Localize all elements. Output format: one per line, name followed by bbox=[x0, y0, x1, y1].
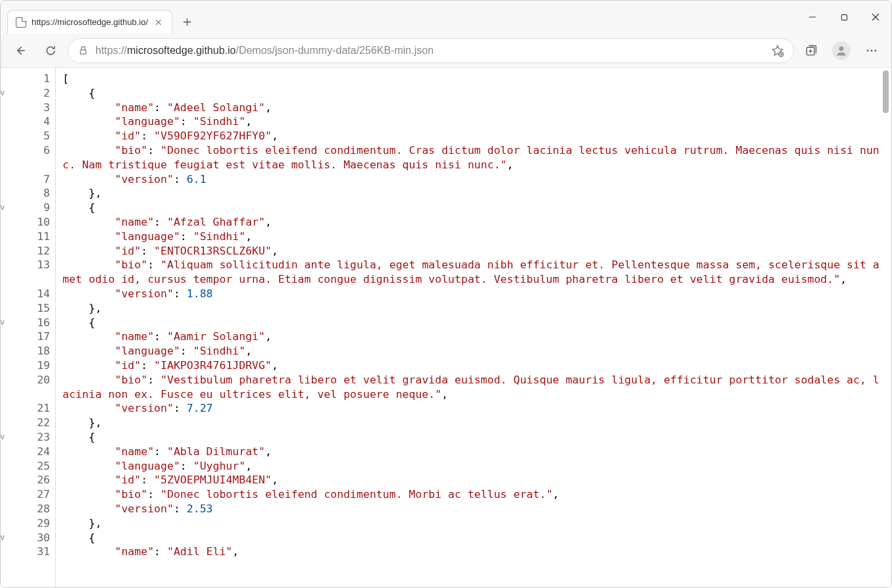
line-number: 22 bbox=[1, 416, 55, 430]
code-line: "name": "Afzal Ghaffar", bbox=[62, 215, 885, 230]
line-number: 8 bbox=[1, 186, 55, 201]
code-line: { bbox=[62, 531, 885, 545]
code-line: }, bbox=[62, 186, 885, 201]
code-line: "id": "IAKPO3R4761JDRVG", bbox=[62, 358, 885, 373]
code-line: "bio": "Donec lobortis eleifend condimen… bbox=[62, 487, 885, 502]
line-number: 21 bbox=[1, 401, 55, 416]
avatar-icon bbox=[832, 41, 851, 60]
line-number: 4 bbox=[1, 114, 55, 129]
fold-toggle[interactable]: v bbox=[1, 203, 5, 212]
fold-toggle[interactable]: v bbox=[1, 318, 5, 327]
line-number: 18 bbox=[1, 344, 55, 358]
profile-button[interactable] bbox=[828, 37, 855, 64]
address-bar[interactable]: https://microsoftedge.github.io/Demos/js… bbox=[68, 38, 794, 63]
code-line: }, bbox=[62, 516, 885, 531]
line-number: 14 bbox=[1, 287, 55, 301]
tab-strip: https://microsoftedge.github.io/ bbox=[7, 1, 197, 34]
tab-title: https://microsoftedge.github.io/ bbox=[32, 17, 148, 27]
code-line: "name": "Aamir Solangi", bbox=[62, 330, 885, 344]
code-line: { bbox=[62, 86, 885, 101]
lock-icon bbox=[78, 45, 89, 56]
line-number: 6 bbox=[1, 143, 55, 172]
line-number: 31 bbox=[1, 545, 55, 559]
line-number: 30 bbox=[1, 531, 55, 545]
line-number: 25 bbox=[1, 459, 55, 474]
line-number: 20 bbox=[1, 373, 55, 402]
fold-toggle[interactable]: v bbox=[1, 432, 5, 441]
line-number: 27 bbox=[1, 487, 55, 502]
svg-point-4 bbox=[839, 46, 844, 51]
new-tab-button[interactable] bbox=[176, 11, 197, 32]
line-number: 28 bbox=[1, 502, 55, 516]
fold-toggle[interactable]: v bbox=[1, 533, 5, 542]
code-line: "name": "Adeel Solangi", bbox=[62, 101, 885, 115]
maximize-button[interactable] bbox=[828, 1, 860, 34]
minimize-button[interactable] bbox=[797, 1, 828, 34]
line-number: 17 bbox=[1, 330, 55, 344]
svg-point-6 bbox=[871, 49, 873, 51]
code-line: { bbox=[62, 316, 885, 330]
code-line: "name": "Adil Eli", bbox=[62, 545, 885, 559]
code-line: "language": "Sindhi", bbox=[62, 230, 885, 244]
code-line: "name": "Abla Dilmurat", bbox=[62, 445, 885, 459]
collections-button[interactable] bbox=[798, 37, 824, 64]
code-line: "bio": "Vestibulum pharetra libero et ve… bbox=[62, 373, 885, 402]
json-content[interactable]: [ { "name": "Adeel Solangi", "language":… bbox=[56, 68, 891, 587]
scrollbar-thumb[interactable] bbox=[883, 70, 889, 113]
code-line: "version": 7.27 bbox=[62, 401, 885, 416]
toolbar: https://microsoftedge.github.io/Demos/js… bbox=[1, 34, 891, 68]
line-number: 10 bbox=[1, 215, 55, 230]
browser-tab[interactable]: https://microsoftedge.github.io/ bbox=[7, 10, 172, 34]
url-text: https://microsoftedge.github.io/Demos/js… bbox=[95, 45, 764, 57]
code-line: }, bbox=[62, 416, 885, 430]
line-number: 12 bbox=[1, 244, 55, 258]
code-line: "bio": "Aliquam sollicitudin ante ligula… bbox=[62, 258, 885, 287]
page-icon bbox=[16, 17, 26, 28]
code-line: "id": "V59OF92YF627HFY0", bbox=[62, 129, 885, 143]
line-number: 7 bbox=[1, 172, 55, 187]
line-number: 24 bbox=[1, 445, 55, 459]
code-line: [ bbox=[62, 72, 885, 86]
svg-point-5 bbox=[867, 49, 869, 51]
line-number: 5 bbox=[1, 129, 55, 143]
close-tab-button[interactable] bbox=[153, 17, 164, 28]
line-number: 9 bbox=[1, 201, 55, 215]
favorite-button[interactable] bbox=[771, 44, 784, 57]
back-button[interactable] bbox=[7, 37, 34, 64]
fold-toggle[interactable]: v bbox=[1, 88, 5, 97]
code-line: }, bbox=[62, 301, 885, 316]
code-line: "id": "5ZVOEPMJUI4MB4EN", bbox=[62, 473, 885, 487]
titlebar: https://microsoftedge.github.io/ bbox=[1, 1, 891, 34]
code-line: "language": "Uyghur", bbox=[62, 459, 885, 474]
vertical-scrollbar[interactable] bbox=[881, 69, 890, 587]
code-line: { bbox=[62, 430, 885, 445]
line-number-gutter: vvvvv 1234567891011121314151617181920212… bbox=[1, 68, 56, 587]
line-number: 3 bbox=[1, 101, 55, 115]
svg-point-7 bbox=[875, 49, 877, 51]
code-line: "version": 1.88 bbox=[62, 287, 885, 301]
line-number: 29 bbox=[1, 516, 55, 531]
code-line: { bbox=[62, 201, 885, 215]
line-number: 2 bbox=[1, 86, 55, 101]
code-line: "version": 6.1 bbox=[62, 172, 885, 187]
line-number: 13 bbox=[1, 258, 55, 287]
json-viewer: vvvvv 1234567891011121314151617181920212… bbox=[1, 68, 891, 587]
refresh-button[interactable] bbox=[37, 37, 64, 64]
code-line: "id": "ENTOCR13RSCLZ6KU", bbox=[62, 244, 885, 258]
close-window-button[interactable] bbox=[860, 1, 891, 34]
line-number: 15 bbox=[1, 301, 55, 316]
svg-rect-1 bbox=[80, 50, 86, 54]
line-number: 26 bbox=[1, 473, 55, 487]
window-controls bbox=[797, 1, 891, 34]
line-number: 16 bbox=[1, 316, 55, 330]
line-number: 19 bbox=[1, 358, 55, 373]
code-line: "language": "Sindhi", bbox=[62, 344, 885, 358]
line-number: 23 bbox=[1, 430, 55, 445]
svg-rect-0 bbox=[841, 14, 847, 20]
code-line: "bio": "Donec lobortis eleifend condimen… bbox=[62, 143, 885, 172]
menu-button[interactable] bbox=[858, 37, 885, 64]
code-line: "version": 2.53 bbox=[62, 502, 885, 516]
line-number: 11 bbox=[1, 230, 55, 244]
code-line: "language": "Sindhi", bbox=[62, 114, 885, 129]
line-number: 1 bbox=[1, 72, 55, 86]
